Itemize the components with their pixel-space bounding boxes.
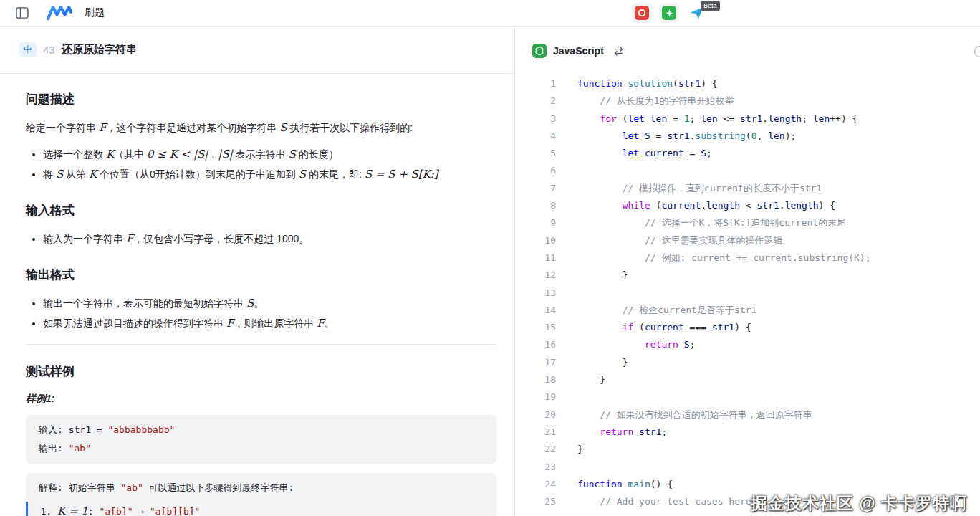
code-line[interactable]: // 例如: current += current.substring(K); [577,249,980,267]
line-number: 4 [515,128,556,145]
editor-header: JavaScript [515,27,980,75]
problem-panel: 中 43 还原原始字符串 问题描述给定一个字符串 F，这个字符串是通过对某个初始… [0,27,515,516]
code-line[interactable]: while (current.length < str1.length) { [577,197,980,214]
main-area: 中 43 还原原始字符串 问题描述给定一个字符串 F，这个字符串是通过对某个初始… [0,27,980,516]
extension-toolbar: Beta [632,3,708,23]
code-line[interactable]: // 这里需要实现具体的操作逻辑 [577,232,980,249]
sample-step: K = 1: "a[b]" → "a[b][b]" [57,502,484,516]
line-number: 24 [515,476,556,493]
line-number: 6 [515,162,556,179]
language-label: JavaScript [553,45,604,57]
sample-code-block: 输入: str1 = "abbabbbabb"输出: "ab" [26,415,496,464]
code-line[interactable] [577,388,980,406]
code-editor[interactable]: 1234567891011121314151617181920212223242… [515,75,980,516]
section-heading: 测试样例 [26,363,496,380]
code-line[interactable]: for (let len = 1; len <= str1.length; le… [577,110,980,128]
section-heading: 问题描述 [26,91,496,108]
record-extension-button[interactable] [632,3,652,23]
sparkle-icon [662,6,676,20]
line-number: 21 [515,424,556,441]
problem-body: 问题描述给定一个字符串 F，这个字符串是通过对某个初始字符串 S 执行若干次以下… [0,74,514,516]
plugin-extension-button[interactable] [659,3,679,23]
difficulty-badge: 中 [19,42,37,57]
code-line[interactable]: // 从长度为1的字符串开始枚举 [577,92,980,110]
divider [26,344,496,345]
line-number: 9 [515,214,556,231]
code-line[interactable] [577,459,980,476]
sidebar-toggle-icon[interactable] [13,4,32,22]
code-line[interactable]: } [577,371,980,388]
line-number: 3 [515,110,556,128]
line-number: 17 [515,354,556,371]
code-line[interactable]: // 检查current是否等于str1 [577,302,980,319]
send-extension-button[interactable]: Beta [686,3,708,23]
line-number: 5 [515,145,556,162]
code-area[interactable]: function solution(str1) { // 从长度为1的字符串开始… [556,75,980,516]
code-line[interactable]: let S = str1.substring(0, len); [577,128,980,145]
sample-code-line: 输出: "ab" [39,439,484,458]
line-number: 25 [515,493,556,510]
code-line[interactable] [577,162,980,179]
watermark: 掘金技术社区 @ 卡卡罗特啊 [751,492,967,515]
bullet-item: 将 S 从第 K 个位置（从0开始计数）到末尾的子串追加到 S 的末尾，即: S… [43,166,496,183]
code-line[interactable]: // 模拟操作，直到current的长度不小于str1 [577,180,980,197]
bullet-list: 选择一个整数 K（其中 0 ≤ K < |S|，|S| 表示字符串 S 的长度）… [26,145,496,183]
code-line[interactable]: // 选择一个K，将S[K:]追加到current的末尾 [577,214,980,231]
sample-steps: K = 1: "a[b]" → "a[b][b]" [26,502,484,516]
bullet-list: 输出一个字符串，表示可能的最短初始字符串 S。如果无法通过题目描述的操作得到字符… [26,295,496,333]
line-number: 1 [515,75,556,92]
line-number: 14 [515,302,556,319]
section-heading: 输入格式 [26,202,496,219]
line-number: 7 [515,180,556,197]
line-number: 13 [515,285,556,302]
line-number: 10 [515,232,556,249]
line-number: 16 [515,336,556,353]
javascript-language-icon [532,44,547,58]
switch-language-icon[interactable] [613,46,624,57]
code-line[interactable]: let current = S; [577,145,980,162]
line-number: 18 [515,371,556,388]
line-number: 2 [515,92,556,110]
code-line[interactable]: function main() { [577,476,980,493]
code-line[interactable]: return S; [577,336,980,353]
line-gutter: 1234567891011121314151617181920212223242… [515,75,556,516]
code-line[interactable]: if (current === str1) { [577,319,980,336]
editor-settings-icon[interactable] [974,46,980,57]
bullet-item: 如果无法通过题目描述的操作得到字符串 F，则输出原字符串 F。 [43,315,496,333]
line-number: 15 [515,319,556,336]
record-icon [635,6,649,20]
line-number: 11 [515,249,556,267]
editor-panel: JavaScript 12345678910111213141516171819… [515,27,980,516]
line-number: 8 [515,197,556,214]
code-line[interactable]: function solution(str1) { [577,75,980,92]
bullet-list: 输入为一个字符串 F，仅包含小写字母，长度不超过 1000。 [26,230,496,248]
sample-code-line: 输入: str1 = "abbabbbabb" [39,421,484,439]
sample-label: 样例1: [26,393,496,406]
code-line[interactable]: // 如果没有找到合适的初始字符串，返回原字符串 [577,406,980,424]
sample-code-block: 解释: 初始字符串 "ab" 可以通过以下步骤得到最终字符串:K = 1: "a… [26,473,496,516]
app-title: 刷题 [85,6,105,19]
line-number: 20 [515,406,556,424]
line-number: 23 [515,459,556,476]
code-line[interactable] [577,285,980,302]
code-line[interactable]: return str1; [577,424,980,441]
code-line[interactable]: } [577,267,980,284]
topbar: 刷题 Beta [0,0,980,27]
section-heading: 输出格式 [26,267,496,283]
problem-header: 中 43 还原原始字符串 [0,27,514,74]
marscode-logo-icon[interactable] [46,5,73,21]
code-line[interactable]: } [577,441,980,458]
bullet-item: 输入为一个字符串 F，仅包含小写字母，长度不超过 1000。 [43,230,496,248]
problem-paragraph: 给定一个字符串 F，这个字符串是通过对某个初始字符串 S 执行若干次以下操作得到… [26,119,496,137]
line-number: 12 [515,267,556,284]
problem-number: 43 [43,44,55,56]
bullet-item: 选择一个整数 K（其中 0 ≤ K < |S|，|S| 表示字符串 S 的长度） [43,145,496,163]
beta-badge: Beta [701,1,720,11]
line-number: 22 [515,441,556,458]
sample-code-line: 解释: 初始字符串 "ab" 可以通过以下步骤得到最终字符串: [39,479,484,497]
line-number: 19 [515,388,556,406]
problem-title: 还原原始字符串 [62,43,137,57]
bullet-item: 输出一个字符串，表示可能的最短初始字符串 S。 [43,295,496,312]
code-line[interactable]: } [577,354,980,371]
